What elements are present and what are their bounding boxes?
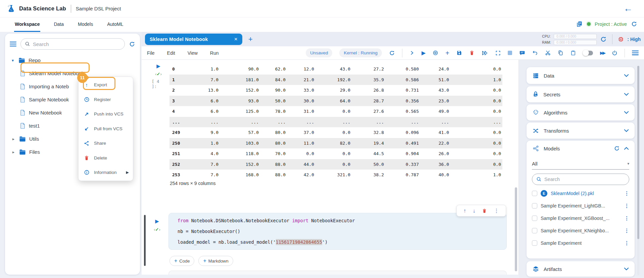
cut-icon[interactable] bbox=[545, 50, 551, 56]
code-cell[interactable]: from Notebook.DSNotebook.NotebookExecuto… bbox=[168, 213, 507, 250]
table-cell: 12.0 bbox=[287, 64, 315, 75]
move-cell-down-icon[interactable]: ↓ bbox=[473, 208, 476, 214]
section-data[interactable]: Data bbox=[527, 67, 635, 84]
section-artifacts[interactable]: Artifacts bbox=[527, 261, 635, 277]
model-item-lightgb[interactable]: Sample Experiment_LightGB... ⋮ bbox=[527, 199, 635, 212]
kernel-status-badge[interactable]: Kernel : Running bbox=[339, 48, 382, 57]
models-search-input[interactable] bbox=[544, 177, 625, 182]
explorer-refresh-icon[interactable] bbox=[129, 41, 135, 47]
table-cell: 0.586 bbox=[385, 75, 420, 85]
explorer-search-input[interactable] bbox=[33, 41, 120, 47]
chevron-right-icon[interactable] bbox=[409, 50, 414, 55]
section-algorithms[interactable]: Algorithms bbox=[527, 104, 635, 121]
delete-icon[interactable] bbox=[469, 50, 475, 56]
table-cell: 24.0 bbox=[420, 64, 450, 75]
model-more-options-icon[interactable]: ⋮ bbox=[624, 215, 629, 221]
new-tab-icon[interactable]: + bbox=[248, 36, 253, 43]
add-code-button[interactable]: +Code bbox=[169, 256, 194, 266]
tree-folder-repo[interactable]: ▾ Repo bbox=[5, 54, 140, 67]
right-panel-scrollbar-thumb[interactable] bbox=[637, 66, 639, 239]
model-item-sklearnmodel[interactable]: E SklearnModel (2).pkl ⋮ bbox=[527, 187, 635, 199]
models-filter-dropdown[interactable]: All ▾ bbox=[532, 161, 629, 170]
run-all-icon[interactable] bbox=[482, 50, 488, 56]
record-icon[interactable] bbox=[433, 50, 438, 56]
table-cell: 6.0 bbox=[190, 106, 220, 117]
section-secrets[interactable]: Secrets bbox=[527, 86, 635, 102]
section-transforms[interactable]: Transforms bbox=[527, 123, 635, 139]
notebook-scrollbar[interactable] bbox=[515, 187, 517, 271]
paste-icon[interactable] bbox=[571, 50, 576, 56]
caret-right-icon[interactable]: ▸ bbox=[11, 137, 16, 141]
project-pages-icon[interactable] bbox=[576, 20, 583, 28]
row-index: 251 bbox=[169, 148, 190, 159]
menu-view[interactable]: View bbox=[188, 50, 198, 56]
model-checkbox[interactable] bbox=[532, 203, 537, 208]
model-checkbox[interactable] bbox=[532, 228, 537, 233]
menu-item-information[interactable]: Information ▶ bbox=[79, 165, 133, 180]
model-item-xgboost[interactable]: Sample Experiment_XGBoost_... ⋮ bbox=[527, 212, 635, 224]
model-more-options-icon[interactable]: ⋮ bbox=[624, 228, 629, 234]
resources-refresh-icon[interactable] bbox=[600, 36, 607, 43]
stop-icon[interactable] bbox=[508, 51, 512, 55]
menu-item-delete[interactable]: Delete bbox=[79, 151, 133, 166]
cell-more-options-icon[interactable]: ⋮ bbox=[494, 208, 499, 214]
right-panel-scrollbar[interactable] bbox=[637, 66, 639, 275]
caret-right-icon[interactable]: ▸ bbox=[11, 150, 16, 154]
comments-icon[interactable] bbox=[519, 50, 525, 56]
skip-forward-icon[interactable]: ▶▶ bbox=[600, 51, 605, 55]
menu-file[interactable]: File bbox=[147, 50, 155, 56]
chevron-down-icon[interactable] bbox=[624, 74, 629, 77]
move-cell-up-icon[interactable]: ↑ bbox=[463, 208, 466, 214]
notebook-tab[interactable]: Sklearn Model Notebook × bbox=[145, 34, 242, 45]
nav-tab-data[interactable]: Data bbox=[53, 17, 64, 32]
model-checkbox[interactable] bbox=[532, 216, 537, 221]
chevron-down-icon[interactable] bbox=[624, 267, 629, 271]
menu-icon[interactable] bbox=[632, 50, 639, 55]
chevron-down-icon[interactable] bbox=[624, 111, 629, 114]
add-markdown-button[interactable]: +Markdown bbox=[198, 256, 233, 266]
chevron-down-icon[interactable] bbox=[624, 129, 629, 132]
models-refresh-icon[interactable] bbox=[614, 145, 620, 151]
models-header[interactable]: Models bbox=[527, 141, 635, 156]
menu-item-push-into-vcs[interactable]: ↗ Push into VCS bbox=[79, 107, 133, 122]
explorer-search[interactable] bbox=[20, 38, 125, 50]
model-checkbox[interactable] bbox=[532, 191, 537, 196]
code-cell-gutter: ▶ ‹✓› bbox=[151, 218, 163, 232]
copy-icon[interactable] bbox=[558, 50, 563, 56]
nav-tab-automl[interactable]: AutoML bbox=[106, 17, 124, 32]
menu-item-pull-from-vcs[interactable]: ↙ Pull from VCS bbox=[79, 122, 133, 136]
back-arrow-icon[interactable]: ← bbox=[624, 4, 633, 13]
shutdown-icon[interactable] bbox=[612, 50, 617, 56]
nav-tab-workspace[interactable]: Workspace bbox=[14, 17, 40, 32]
toggle-switch[interactable] bbox=[583, 51, 593, 55]
model-more-options-icon[interactable]: ⋮ bbox=[624, 240, 629, 246]
refresh-icon[interactable] bbox=[389, 50, 395, 56]
models-search[interactable] bbox=[532, 174, 629, 185]
model-more-options-icon[interactable]: ⋮ bbox=[624, 203, 629, 209]
run-cell-icon[interactable]: ▶ bbox=[422, 50, 426, 56]
model-item-sample-experiment[interactable]: Sample Experiment ⋮ bbox=[527, 237, 635, 249]
caret-down-icon[interactable]: ▾ bbox=[10, 58, 15, 63]
model-more-options-icon[interactable]: ⋮ bbox=[624, 190, 629, 196]
chevron-down-icon[interactable] bbox=[624, 93, 629, 96]
menu-run[interactable]: Run bbox=[210, 50, 219, 56]
add-cell-icon[interactable]: + bbox=[445, 50, 449, 56]
model-checkbox[interactable] bbox=[532, 240, 537, 246]
model-item-kneighbors[interactable]: Sample Experiment_KNeighbo... ⋮ bbox=[527, 224, 635, 237]
run-cell-play-icon[interactable]: ▶ bbox=[156, 63, 160, 69]
menu-item-register[interactable]: Register bbox=[79, 92, 133, 107]
save-icon[interactable] bbox=[456, 50, 462, 56]
chevron-up-icon[interactable] bbox=[624, 147, 629, 150]
undo-icon[interactable] bbox=[532, 50, 538, 55]
run-cell-play-icon[interactable]: ▶ bbox=[155, 218, 159, 224]
menu-item-share[interactable]: Share bbox=[79, 136, 133, 151]
explorer-menu-icon[interactable] bbox=[10, 41, 16, 47]
close-tab-icon[interactable]: × bbox=[234, 36, 238, 43]
fullscreen-icon[interactable] bbox=[495, 50, 501, 56]
clock-icon bbox=[84, 97, 90, 102]
menu-edit[interactable]: Edit bbox=[167, 50, 175, 56]
search-icon bbox=[25, 41, 30, 47]
project-refresh-icon[interactable] bbox=[631, 21, 637, 27]
nav-tab-models[interactable]: Models bbox=[77, 17, 94, 32]
delete-cell-icon[interactable] bbox=[482, 208, 487, 214]
